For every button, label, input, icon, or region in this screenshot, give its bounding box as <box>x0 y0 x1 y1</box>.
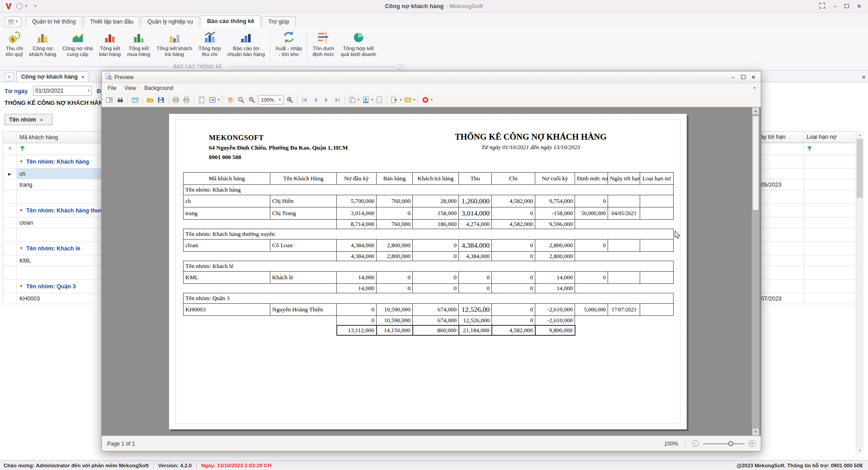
menu-file[interactable]: File <box>104 84 120 92</box>
scroll-down-icon[interactable]: ▼ <box>856 446 863 454</box>
zoom-out-icon[interactable] <box>246 94 257 105</box>
close-preview-button[interactable]: ▾ <box>420 94 433 105</box>
zoom-out-button[interactable]: − <box>692 440 699 447</box>
record-button[interactable] <box>16 3 23 9</box>
open-icon[interactable] <box>145 94 156 105</box>
first-page-icon[interactable] <box>299 94 310 105</box>
scale-button[interactable]: ▾ <box>207 94 220 105</box>
tab-thiet-lap-ban-dau[interactable]: Thiết lập ban đầu <box>84 16 140 27</box>
group-expand-icon[interactable]: ▼ <box>19 160 23 164</box>
quick-print-icon[interactable] <box>181 94 192 105</box>
zoom-combo[interactable]: 100% ▾ <box>258 95 283 104</box>
close-tab-icon[interactable]: × <box>81 74 84 80</box>
grid-row[interactable] <box>750 217 856 228</box>
document-map-icon[interactable] <box>104 94 115 105</box>
group-expand-icon[interactable]: ▼ <box>19 284 23 288</box>
page-color-icon <box>360 94 371 105</box>
welcome-text: Chào mừng: Administrator đến với phần mề… <box>4 463 149 468</box>
chevron-down-icon[interactable]: ▾ <box>25 5 27 8</box>
ribbon-button-tong-hop-ket-qua[interactable]: Tổng hợp kết quả kinh doanh <box>337 29 379 58</box>
separator <box>307 30 307 63</box>
multiple-pages-icon <box>347 94 358 105</box>
tab-tro-giup[interactable]: Trợ giúp <box>262 16 296 27</box>
preview-titlebar[interactable]: Preview – × <box>102 71 761 83</box>
minimize-button[interactable]: – <box>833 3 836 9</box>
magnifier-icon[interactable] <box>236 94 246 105</box>
circular-arrows-icon <box>282 30 296 44</box>
application-menu-button[interactable]: ▾ <box>5 16 21 27</box>
scroll-down-icon[interactable]: ▼ <box>752 428 760 436</box>
close-all-tabs-button[interactable]: × <box>5 72 14 81</box>
email-button[interactable]: ▾ <box>402 94 415 105</box>
zoom-slider-knob[interactable] <box>728 441 733 446</box>
preview-maximize-button[interactable] <box>741 75 745 79</box>
report-cell: 760,000 <box>377 195 413 207</box>
group-by-button[interactable]: Tên nhóm ▲ <box>5 114 52 125</box>
menu-background[interactable]: Background <box>140 84 177 92</box>
scroll-up-icon[interactable]: ▲ <box>856 131 863 139</box>
previous-page-icon[interactable] <box>310 94 321 105</box>
grid-row[interactable] <box>750 255 856 266</box>
preview-close-button[interactable]: × <box>752 74 755 80</box>
grid-row[interactable]: 04/05/2023 <box>750 179 856 190</box>
column-header-loai-han-no[interactable]: Loại hạn nợ <box>804 132 856 143</box>
next-page-icon[interactable] <box>321 94 332 105</box>
zoom-in-button[interactable]: + <box>749 440 755 447</box>
page-color-button[interactable]: ▾ <box>360 94 373 105</box>
ribbon-button-cong-no-nha-cung-cap[interactable]: Công nợ nhà cung cấp <box>59 29 96 58</box>
preview-vertical-scrollbar[interactable]: ▲ ▼ <box>752 107 760 436</box>
grid-row[interactable] <box>750 169 856 179</box>
ribbon-button-tong-ket-mua-hang[interactable]: Tổng kết mua hàng <box>124 29 153 58</box>
menubar-overflow-icon[interactable]: ▾ <box>754 86 759 90</box>
save-icon[interactable] <box>156 94 166 105</box>
zoom-in-icon[interactable] <box>284 94 295 105</box>
ribbon-button-thu-chi-ton-quy[interactable]: $ Thu chi tồn quỹ <box>3 29 26 58</box>
scrollbar-thumb[interactable] <box>857 139 863 198</box>
group-expand-icon[interactable]: ▼ <box>19 246 23 250</box>
ribbon-button-tong-hop-thu-chi[interactable]: Tổng hợp thu chi <box>195 29 224 58</box>
grid-row[interactable]: 17/07/2023 <box>750 293 856 304</box>
preview-minimize-button[interactable]: – <box>731 74 735 80</box>
page-setup-icon[interactable] <box>196 94 207 105</box>
close-document-icon[interactable]: × <box>862 74 865 80</box>
group-expand-icon[interactable]: ▼ <box>19 208 23 212</box>
ribbon-button-xuat-nhap-ton-kho[interactable]: Xuất - nhập - tồn kho <box>272 29 305 58</box>
watermark-icon[interactable]: A <box>374 94 385 105</box>
customize-grid-icon[interactable] <box>130 94 141 105</box>
zoom-slider[interactable] <box>703 443 745 444</box>
tab-quan-ly-nghiep-vu[interactable]: Quản lý nghiệp vụ <box>141 16 199 27</box>
close-button[interactable]: × <box>857 3 861 9</box>
scroll-up-icon[interactable]: ▲ <box>752 107 760 115</box>
hand-tool-icon[interactable] <box>225 94 236 105</box>
ribbon-button-ton-duoi-dinh-muc[interactable]: Tồn dưới định mức <box>309 29 337 58</box>
search-icon[interactable] <box>115 94 126 105</box>
preview-window: Preview – × File View Background ▾ <box>101 71 761 451</box>
tab-bao-cao-thong-ke[interactable]: Báo cáo thống kê <box>201 15 260 27</box>
main-grid-vertical-scrollbar[interactable]: ▲ ▼ <box>856 131 863 454</box>
print-icon[interactable] <box>170 94 181 105</box>
ribbon-button-tong-ket-ban-hang[interactable]: Tổng kết bán hàng <box>96 29 124 58</box>
calendar-dropdown-icon[interactable]: ▾ <box>88 89 90 93</box>
ribbon-button-cong-no-khach-hang[interactable]: Công nợ khách hàng <box>26 29 59 58</box>
ribbon-collapse-icon[interactable]: ˄ <box>397 64 403 70</box>
last-page-icon[interactable] <box>332 94 343 105</box>
maximize-button[interactable] <box>844 4 849 8</box>
filter-row[interactable] <box>750 143 856 155</box>
tab-cong-no-khach-hang[interactable]: Công nợ khách hàng × <box>16 71 89 82</box>
export-button[interactable]: ▾ <box>389 94 401 105</box>
menu-view[interactable]: View <box>120 84 140 92</box>
tab-quan-tri-he-thong[interactable]: Quản trị hệ thống <box>26 16 82 27</box>
company-address: 64 Nguyễn Đình Chiểu, Phường Đa Kao, Quậ… <box>209 144 348 151</box>
report-cell <box>270 284 337 293</box>
report-cell <box>184 252 270 261</box>
ribbon-button-bao-cao-loi-nhuan[interactable]: Báo cáo lợi nhuận bán hàng <box>224 29 268 58</box>
from-date-input[interactable]: 01/10/2021 ▾ <box>33 86 92 96</box>
application-window: ▾ ▾ Công nợ khách hàng- MekongSoft – × ▾… <box>0 0 868 470</box>
ribbon-button-tong-ket-khach-tra-hang[interactable]: Tổng kết khách trả hàng <box>153 29 195 58</box>
preview-document-area[interactable]: MEKONGSOFT 64 Nguyễn Đình Chiểu, Phường … <box>102 107 761 436</box>
page-indicator: Page 1 of 1 <box>107 441 135 447</box>
multiple-pages-button[interactable]: ▾ <box>347 94 359 105</box>
scrollbar-thumb[interactable] <box>752 116 759 211</box>
customize-quick-access-icon[interactable]: ▾ <box>34 5 36 8</box>
fullscreen-icon[interactable] <box>819 3 825 10</box>
